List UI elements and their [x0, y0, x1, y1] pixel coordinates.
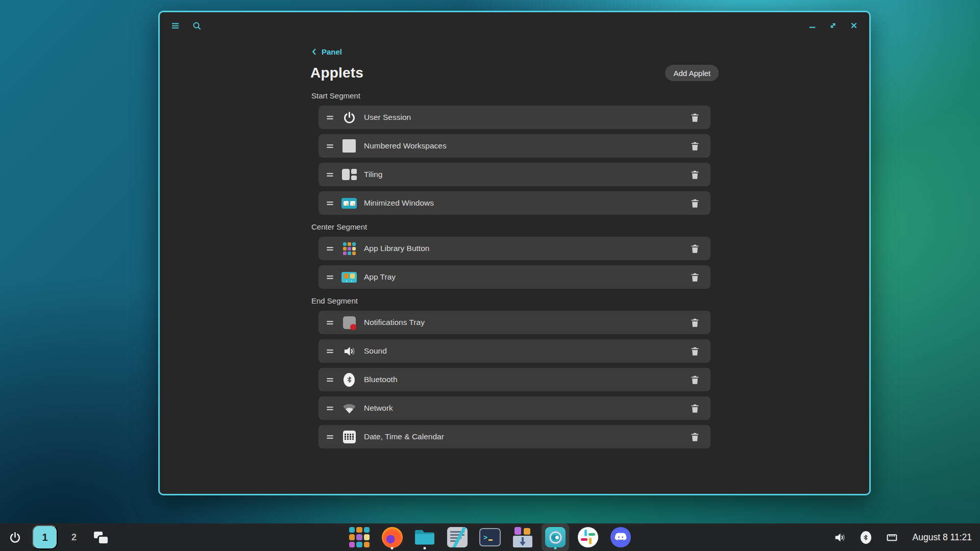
applet-label: Numbered Workspaces — [364, 141, 447, 151]
applet-row-minimized-windows: Minimized Windows — [318, 191, 710, 215]
dock-files[interactable] — [411, 523, 438, 551]
page-title: Applets — [310, 65, 363, 81]
applet-row-bluetooth: Bluetooth — [318, 368, 710, 391]
bottom-panel: 1 2 > August 8 11:21 — [0, 523, 980, 551]
titlebar — [160, 12, 869, 39]
app-tray-icon — [341, 272, 357, 283]
dock-firefox[interactable] — [378, 523, 406, 551]
applet-row-tiling: Tiling — [318, 163, 710, 186]
app-grid-icon — [341, 242, 357, 255]
dock-slack[interactable] — [574, 523, 602, 551]
applet-row-date-time-calendar: Date, Time & Calendar — [318, 425, 710, 448]
section-label-center: Center Segment — [311, 222, 718, 231]
trash-icon[interactable] — [690, 374, 700, 385]
applet-row-user-session: User Session — [318, 106, 710, 129]
section-label-end: End Segment — [311, 296, 718, 305]
tiling-icon — [341, 169, 357, 180]
workspace-1-active[interactable]: 1 — [32, 525, 58, 549]
calendar-icon — [341, 431, 357, 443]
window-switcher-icon[interactable] — [90, 532, 111, 543]
minimized-windows-icon — [341, 198, 357, 209]
power-button[interactable] — [5, 531, 24, 544]
drag-handle-icon[interactable] — [325, 170, 334, 179]
applet-label: Network — [364, 404, 393, 413]
clock[interactable]: August 8 11:21 — [913, 532, 972, 543]
close-icon[interactable] — [848, 19, 860, 32]
applet-row-notifications-tray: Notifications Tray — [318, 311, 710, 334]
menu-icon[interactable] — [169, 19, 181, 32]
drag-handle-icon[interactable] — [325, 318, 334, 327]
applet-row-network: Network — [318, 396, 710, 420]
network-port-icon[interactable] — [886, 531, 898, 544]
trash-icon[interactable] — [690, 112, 700, 123]
desktop: Panel Applets Add Applet Start Segment U… — [0, 0, 980, 551]
bluetooth-icon — [341, 373, 357, 387]
dock-settings-active[interactable] — [542, 523, 569, 551]
drag-handle-icon[interactable] — [325, 113, 334, 122]
breadcrumb[interactable]: Panel — [310, 46, 719, 57]
dock-app-library[interactable] — [346, 523, 373, 551]
drag-handle-icon[interactable] — [325, 142, 334, 151]
trash-icon[interactable] — [690, 346, 700, 357]
applet-row-numbered-workspaces: Numbered Workspaces — [318, 134, 710, 158]
applet-label: App Tray — [364, 272, 396, 282]
trash-icon[interactable] — [690, 198, 700, 209]
chevron-left-icon — [310, 48, 318, 56]
workspace-square-icon — [341, 139, 357, 153]
dock-discord[interactable] — [607, 523, 634, 551]
sound-tray-icon[interactable] — [834, 531, 846, 544]
power-icon — [341, 111, 357, 124]
maximize-icon[interactable] — [827, 19, 839, 32]
add-applet-button[interactable]: Add Applet — [665, 65, 719, 81]
applet-row-app-library-button: App Library Button — [318, 237, 710, 260]
trash-icon[interactable] — [690, 432, 700, 442]
trash-icon[interactable] — [690, 169, 700, 180]
applet-label: Notifications Tray — [364, 318, 425, 327]
bluetooth-tray-icon[interactable] — [861, 531, 871, 544]
trash-icon[interactable] — [690, 272, 700, 283]
drag-handle-icon[interactable] — [325, 199, 334, 208]
settings-window: Panel Applets Add Applet Start Segment U… — [158, 11, 871, 495]
drag-handle-icon[interactable] — [325, 347, 334, 356]
wifi-icon — [341, 402, 357, 414]
applet-row-app-tray: App Tray — [318, 265, 710, 289]
dock-terminal[interactable]: > — [476, 523, 504, 551]
drag-handle-icon[interactable] — [325, 273, 334, 282]
applet-label: Bluetooth — [364, 375, 398, 384]
applet-label: Date, Time & Calendar — [364, 432, 444, 441]
drag-handle-icon[interactable] — [325, 433, 334, 441]
applet-label: User Session — [364, 113, 411, 122]
breadcrumb-label: Panel — [322, 47, 342, 56]
workspace-2[interactable]: 2 — [65, 532, 83, 543]
applet-label: Minimized Windows — [364, 198, 434, 208]
trash-icon[interactable] — [690, 403, 700, 414]
dock-store[interactable] — [509, 523, 536, 551]
drag-handle-icon[interactable] — [325, 404, 334, 413]
search-icon[interactable] — [190, 19, 203, 32]
minimize-icon[interactable] — [806, 19, 818, 32]
applet-label: Sound — [364, 346, 387, 356]
section-label-start: Start Segment — [311, 91, 718, 100]
drag-handle-icon[interactable] — [325, 244, 334, 253]
dock-text-editor[interactable] — [444, 523, 471, 551]
applet-label: App Library Button — [364, 244, 429, 253]
drag-handle-icon[interactable] — [325, 375, 334, 384]
trash-icon[interactable] — [690, 243, 700, 254]
trash-icon[interactable] — [690, 141, 700, 152]
notifications-icon — [341, 316, 357, 329]
trash-icon[interactable] — [690, 317, 700, 328]
speaker-icon — [341, 344, 357, 358]
applet-label: Tiling — [364, 170, 382, 179]
applet-row-sound: Sound — [318, 339, 710, 363]
